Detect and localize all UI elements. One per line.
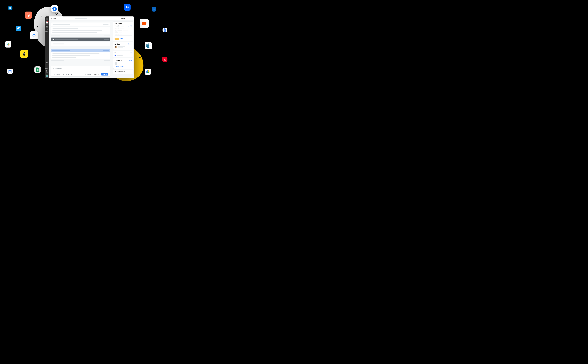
- facebook-icon: [51, 5, 58, 12]
- tag-chip[interactable]: [115, 38, 119, 40]
- sidebar-item-tickets[interactable]: 1 Tickets: [45, 21, 49, 25]
- svg-line-6: [28, 14, 29, 15]
- text-placeholder: [52, 50, 70, 51]
- svg-rect-18: [8, 44, 9, 45]
- svg-rect-0: [10, 7, 11, 9]
- add-more-people-link[interactable]: + Add more people: [115, 66, 124, 67]
- back-label[interactable]: Back: [53, 18, 56, 19]
- team-color-swatch: [115, 55, 116, 56]
- add-tag-link[interactable]: + Add tag: [120, 38, 125, 39]
- ticket-id-row: Ticket ID: Copy URL: [115, 26, 132, 27]
- message-card: [51, 22, 110, 26]
- sidebar-item-help[interactable]: ? Help: [45, 69, 49, 73]
- hubspot-icon: [25, 12, 32, 19]
- user-avatar[interactable]: [45, 74, 48, 77]
- hash-icon[interactable]: #: [63, 73, 65, 75]
- value-placeholder: [120, 26, 124, 26]
- change-requester-link[interactable]: Change: [128, 60, 132, 61]
- agent-message-header: [51, 49, 110, 52]
- decorative-dot: [139, 57, 141, 58]
- separator: [62, 73, 62, 75]
- livechat-icon: [140, 19, 149, 28]
- jira-icon: [30, 31, 38, 39]
- panel-title: Team: [115, 52, 118, 54]
- svg-rect-1: [10, 7, 10, 8]
- svg-point-32: [153, 8, 154, 9]
- ticket-status-select[interactable]: Pending ⇅: [92, 73, 100, 75]
- requester-panel: Requester Change + Add more people: [113, 58, 134, 69]
- sidebar-item-reports[interactable]: Reports: [45, 29, 49, 32]
- trello-icon: [8, 6, 13, 10]
- text-placeholder: [51, 60, 64, 61]
- text-placeholder: [55, 39, 78, 40]
- svg-text:?: ?: [46, 71, 47, 72]
- details-header: Details: [112, 16, 134, 20]
- format-icon[interactable]: A: [71, 73, 72, 75]
- team-panel: Team Edit: [113, 51, 134, 57]
- copy-url-link[interactable]: Copy URL: [127, 26, 132, 27]
- meta-row: [51, 60, 110, 61]
- text-placeholder: [52, 28, 78, 29]
- text-placeholder: [52, 53, 99, 54]
- message-composer: Type a message... Private # A: [51, 66, 110, 77]
- decorative-dot: [56, 13, 56, 14]
- attachment-icon[interactable]: [66, 73, 67, 75]
- composer-toolbar: Private # A Ticket status Pen: [53, 73, 108, 76]
- sidebar: 1 Tickets Agents Reports Subscribe Setti…: [45, 16, 49, 78]
- submit-button[interactable]: Submit: [101, 73, 108, 76]
- svg-point-47: [68, 74, 70, 75]
- gear-icon: [46, 66, 48, 68]
- details-panel: Details Ticket info Ticket ID: Copy URL …: [112, 16, 134, 78]
- panel-title: Ticket info: [115, 23, 132, 25]
- value-placeholder: [119, 34, 122, 34]
- ticket-info-panel: Ticket info Ticket ID: Copy URL Created:…: [113, 21, 134, 41]
- text-placeholder: [104, 36, 110, 36]
- text-placeholder: [104, 60, 110, 61]
- decorative-dot: [38, 27, 38, 28]
- panel-title: Requester: [115, 59, 122, 61]
- google-calendar-icon: 31: [7, 69, 13, 74]
- details-body: Ticket info Ticket ID: Copy URL Created:…: [112, 20, 134, 78]
- tags-label: Tags:: [115, 36, 132, 38]
- ticket-status-label: Ticket status: [84, 74, 91, 75]
- text-placeholder: [52, 24, 70, 25]
- edit-team-link[interactable]: Edit: [130, 52, 132, 53]
- decorative-dot: [37, 26, 38, 26]
- private-label: Private: [57, 73, 60, 75]
- change-assignee-link[interactable]: Change: [128, 43, 132, 45]
- conversation-body: [49, 20, 112, 65]
- text-placeholder: [117, 55, 123, 56]
- private-toggle[interactable]: [53, 74, 55, 75]
- google-docs-icon: [162, 28, 167, 32]
- svg-point-48: [69, 74, 69, 74]
- google-sheets-icon: [34, 66, 41, 73]
- source-row: Source:: [115, 33, 132, 35]
- decorative-dot: [36, 26, 37, 27]
- text-placeholder: [118, 46, 125, 47]
- decorative-dot: [56, 14, 57, 15]
- emoji-icon[interactable]: [68, 73, 70, 75]
- sidebar-item-subscribe[interactable]: Subscribe: [45, 62, 49, 65]
- sidebar-item-settings[interactable]: Settings: [45, 65, 49, 69]
- assignee-avatar: [115, 46, 117, 48]
- svg-text:31: 31: [9, 71, 11, 72]
- text-placeholder: [103, 50, 109, 51]
- text-placeholder: [52, 30, 102, 31]
- text-placeholder: [118, 63, 125, 63]
- help-icon: ?: [46, 70, 48, 72]
- sidebar-item-agents[interactable]: Agents: [45, 25, 49, 29]
- composer-area: Type a message... Private # A: [49, 65, 112, 78]
- message-input[interactable]: Type a message...: [53, 68, 108, 72]
- back-arrow-icon[interactable]: ←: [51, 18, 52, 20]
- text-placeholder: [103, 24, 109, 25]
- tickets-badge: 1: [47, 21, 48, 22]
- sidebar-item-label: Tickets: [45, 23, 48, 24]
- agents-icon: [46, 26, 48, 27]
- sidebar-item-label: Agents: [45, 27, 48, 28]
- svg-point-44: [46, 67, 47, 67]
- text-placeholder: [118, 64, 123, 64]
- svg-rect-33: [164, 30, 166, 30]
- panel-title: Assignee: [115, 43, 121, 45]
- text-placeholder: [52, 57, 76, 58]
- text-placeholder: [118, 47, 123, 48]
